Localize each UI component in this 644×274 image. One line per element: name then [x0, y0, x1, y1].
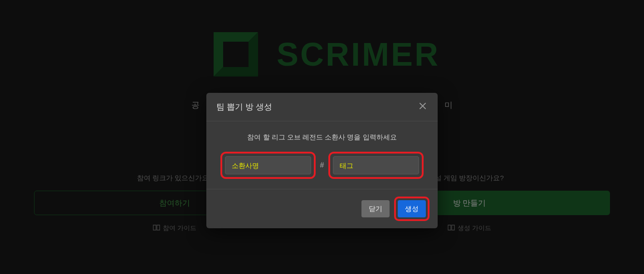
close-icon[interactable] — [418, 101, 428, 113]
create-room-modal: 팀 뽑기 방 생성 참여 할 리그 오브 레전드 소환사 명을 입력하세요 # … — [206, 93, 438, 228]
modal-body: 참여 할 리그 오브 레전드 소환사 명을 입력하세요 # — [206, 121, 438, 189]
modal-overlay: 팀 뽑기 방 생성 참여 할 리그 오브 레전드 소환사 명을 입력하세요 # … — [0, 0, 644, 274]
hash-separator: # — [319, 161, 325, 169]
create-button[interactable]: 생성 — [398, 200, 426, 217]
summoner-highlight — [220, 152, 316, 179]
modal-instruction: 참여 할 리그 오브 레전드 소환사 명을 입력하세요 — [216, 133, 428, 142]
summoner-name-input[interactable] — [225, 156, 311, 174]
modal-title: 팀 뽑기 방 생성 — [216, 101, 272, 112]
modal-footer: 닫기 생성 — [206, 189, 438, 228]
input-row: # — [216, 152, 428, 179]
cancel-button[interactable]: 닫기 — [361, 200, 390, 217]
modal-header: 팀 뽑기 방 생성 — [206, 93, 438, 121]
tag-input[interactable] — [333, 156, 419, 174]
tag-highlight — [328, 152, 424, 179]
create-highlight: 생성 — [394, 197, 429, 221]
